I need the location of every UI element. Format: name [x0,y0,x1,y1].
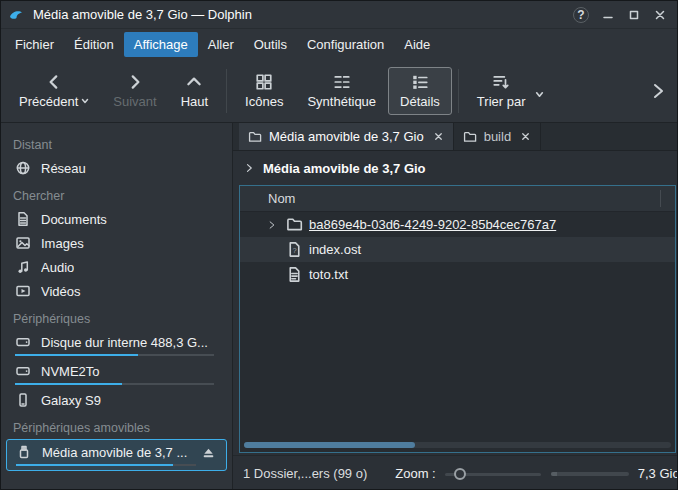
sidebar-item-galaxy-s9[interactable]: Galaxy S9 [1,388,232,412]
icons-view-label: Icônes [245,94,283,109]
window-title: Média amovible de 3,7 Gio — Dolphin [33,7,573,22]
icons-view-icon [255,73,273,91]
eject-icon[interactable] [201,445,216,460]
main-area: Distant Réseau Chercher Documents Images… [1,123,677,490]
sidebar-item-videos[interactable]: Vidéos [1,279,232,303]
compact-view-button[interactable]: Synthétique [295,67,388,115]
sidebar-item-documents[interactable]: Documents [1,207,232,231]
videos-icon [15,283,31,299]
tab-media-amovible[interactable]: Média amovible de 3,7 Gio [239,123,454,150]
dolphin-window: Média amovible de 3,7 Gio — Dolphin ? Fi… [0,0,678,490]
breadcrumb: Média amovible de 3,7 Gio [233,151,677,185]
sort-by-label: Trier par [477,94,526,109]
sidebar-item-media-amovible[interactable]: Média amovible de 3,7 ... [6,439,227,471]
sidebar-item-reseau[interactable]: Réseau [1,156,232,180]
up-button[interactable]: Haut [169,67,220,115]
toolbar-overflow-button[interactable] [649,81,671,101]
forward-button[interactable]: Suivant [101,67,168,115]
menu-affichage[interactable]: Affichage [124,32,198,57]
sort-by-button[interactable]: Trier par [465,67,545,115]
back-button[interactable]: Précédent [7,67,101,115]
sort-icon [492,73,510,91]
tab-close-icon[interactable] [433,131,444,142]
images-icon [15,235,31,251]
history-caret-icon [81,97,89,105]
compact-view-icon [333,73,351,91]
status-summary: 1 Dossier,...ers (99 o) [243,466,367,481]
usb-drive-icon [16,444,32,460]
toolbar-separator [226,69,227,113]
menu-edition[interactable]: Édition [64,32,124,57]
disk-usage-bar [16,464,196,466]
harddisk-icon [15,363,31,379]
icons-view-button[interactable]: Icônes [233,67,295,115]
details-view-label: Détails [400,94,440,109]
breadcrumb-current[interactable]: Média amovible de 3,7 Gio [263,161,426,176]
file-name: toto.txt [309,267,348,282]
audio-icon [15,259,31,275]
phone-icon [15,392,31,408]
sidebar-item-disque-interne[interactable]: Disque dur interne 488,3 G... [1,330,232,359]
help-button[interactable]: ? [573,7,589,23]
network-icon [15,160,31,176]
free-space-group: 7,3 Gio libre(s) [551,466,678,481]
file-name: index.ost [309,242,361,257]
file-row-index-ost[interactable]: ? index.ost [240,237,675,262]
forward-label: Suivant [113,94,156,109]
documents-icon [15,211,31,227]
file-view: Nom ba869e4b-03d6-4249-9202-85b4cec767a7… [239,185,676,453]
zoom-slider[interactable] [445,467,541,481]
menubar: Fichier Édition Affichage Aller Outils C… [1,29,677,59]
menu-outils[interactable]: Outils [244,32,297,57]
menu-fichier[interactable]: Fichier [5,32,64,57]
folder-icon [286,216,303,233]
zoom-slider-thumb[interactable] [454,468,466,480]
chevron-right-icon[interactable] [243,162,255,174]
sidebar-item-nvme[interactable]: NVME2To [1,359,232,388]
horizontal-scrollbar[interactable] [244,442,671,448]
sidebar-item-images[interactable]: Images [1,231,232,255]
zoom-control: Zoom : [395,466,540,481]
harddisk-icon [15,334,31,350]
dolphin-app-icon [7,6,25,24]
sort-caret-icon [535,90,544,99]
column-header-nom[interactable]: Nom [240,186,675,212]
tab-close-icon[interactable] [520,131,531,142]
folder-icon [463,130,477,144]
file-row-folder[interactable]: ba869e4b-03d6-4249-9202-85b4cec767a7 [240,212,675,237]
section-distant: Distant [1,129,232,156]
status-bar: 1 Dossier,...ers (99 o) Zoom : 7,3 Gio l… [233,455,677,490]
details-view-button[interactable]: Détails [388,67,452,115]
close-button[interactable] [649,4,671,26]
window-controls: ? [573,4,671,26]
maximize-button[interactable] [623,4,645,26]
sidebar-item-audio[interactable]: Audio [1,255,232,279]
file-row-toto-txt[interactable]: toto.txt [240,262,675,287]
back-label: Précédent [19,94,78,109]
expand-icon[interactable] [264,220,280,230]
tab-label: Média amovible de 3,7 Gio [269,129,424,144]
folder-icon [248,130,262,144]
minimize-button[interactable] [597,4,619,26]
places-panel: Distant Réseau Chercher Documents Images… [1,123,233,490]
tab-bar: Média amovible de 3,7 Gio build [233,123,677,151]
titlebar[interactable]: Média amovible de 3,7 Gio — Dolphin ? [1,1,677,29]
tab-label: build [484,129,511,144]
tab-build[interactable]: build [454,123,541,150]
menu-aller[interactable]: Aller [198,32,244,57]
text-file-icon [286,266,303,283]
file-name: ba869e4b-03d6-4249-9202-85b4cec767a7 [309,217,556,232]
section-chercher: Chercher [1,180,232,207]
menu-configuration[interactable]: Configuration [297,32,394,57]
content-column: Média amovible de 3,7 Gio build Média am… [233,123,677,490]
section-peripheriques-amovibles: Périphériques amovibles [1,412,232,439]
zoom-label: Zoom : [395,466,435,481]
disk-usage-bar [15,383,214,385]
up-label: Haut [181,94,208,109]
toolbar: Précédent Suivant Haut Icônes Synthétiqu… [1,59,677,123]
section-peripheriques: Périphériques [1,303,232,330]
compact-view-label: Synthétique [307,94,376,109]
scrollbar-thumb[interactable] [244,442,415,448]
menu-aide[interactable]: Aide [394,32,440,57]
disk-usage-bar [15,354,214,356]
